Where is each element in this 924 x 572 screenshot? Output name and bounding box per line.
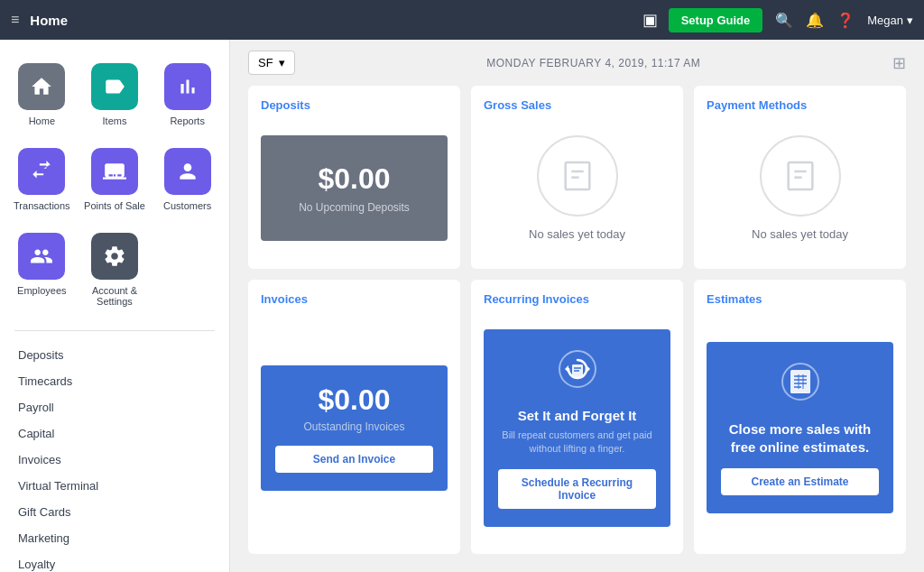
gross-sales-card: Gross Sales No sales yet today [471,86,683,269]
svg-marker-7 [587,365,590,373]
search-icon[interactable]: 🔍 [775,12,793,29]
account-settings-icon-box [91,233,138,280]
reports-icon-label: Reports [170,115,205,126]
schedule-recurring-invoice-button[interactable]: Schedule a Recurring Invoice [498,469,656,509]
gross-sales-empty-icon [537,135,618,217]
date-time: MONDAY FEBRUARY 4, 2019, 11:17 AM [486,57,700,69]
sidebar-link-loyalty[interactable]: Loyalty [0,551,229,572]
recurring-icon [556,347,599,399]
create-estimate-button[interactable]: Create an Estimate [721,468,879,495]
user-chevron-icon: ▾ [907,14,913,27]
payment-methods-empty-text: No sales yet today [752,227,848,241]
estimates-inner: Close more sales with free online estima… [707,342,893,513]
payment-methods-card: Payment Methods No sales yet today [694,86,906,269]
sidebar: Home Items Reports Transactions [0,40,230,572]
main-layout: Home Items Reports Transactions [0,40,924,572]
payment-methods-empty-icon [760,135,841,217]
invoices-card: Invoices $0.00 Outstanding Invoices Send… [248,280,460,554]
estimates-card-title: Estimates [707,292,893,306]
sidebar-link-gift-cards[interactable]: Gift Cards [0,499,229,525]
estimates-card: Estimates [694,280,906,554]
gross-sales-card-body: No sales yet today [484,121,670,256]
sidebar-link-timecards[interactable]: Timecards [0,368,229,394]
payment-methods-card-body: No sales yet today [707,121,893,256]
bell-icon[interactable]: 🔔 [806,12,824,29]
home-icon-label: Home [29,115,55,126]
recurring-invoices-card-body: Set It and Forget It Bill repeat custome… [484,315,670,541]
help-icon[interactable]: ❓ [836,12,855,29]
sidebar-item-items[interactable]: Items [80,54,150,135]
deposits-card-title: Deposits [261,98,448,112]
sidebar-links: Deposits Timecards Payroll Capital Invoi… [0,338,229,572]
sidebar-item-home[interactable]: Home [7,54,77,135]
recurring-section-title: Set It and Forget It [518,408,637,423]
content-header: SF ▾ MONDAY FEBRUARY 4, 2019, 11:17 AM ⊞ [230,40,924,86]
user-name: Megan [867,14,903,27]
employees-icon-label: Employees [17,285,66,296]
deposits-inner: $0.00 No Upcoming Deposits [261,135,448,241]
employees-icon-box [18,233,65,280]
sidebar-item-reports[interactable]: Reports [152,54,222,135]
deposits-label: No Upcoming Deposits [299,201,410,214]
square-logo: ▣ [642,10,658,30]
content-area: SF ▾ MONDAY FEBRUARY 4, 2019, 11:17 AM ⊞… [230,40,924,572]
sidebar-item-pos[interactable]: Points of Sale [80,139,150,220]
payment-methods-card-title: Payment Methods [707,98,893,112]
items-icon-box [91,63,138,110]
estimates-icon [779,360,822,411]
gross-sales-empty-text: No sales yet today [529,227,625,241]
location-chevron-icon: ▾ [279,56,285,69]
transactions-icon-label: Transactions [14,200,70,211]
deposits-amount: $0.00 [318,162,390,196]
sidebar-item-employees[interactable]: Employees [7,224,77,316]
top-nav: ≡ Home ▣ Setup Guide 🔍 🔔 ❓ Megan ▾ [0,0,924,40]
sidebar-divider [14,330,215,331]
recurring-section-desc: Bill repeat customers and get paid witho… [498,429,656,457]
gross-sales-card-title: Gross Sales [484,98,670,112]
location-selector[interactable]: SF ▾ [248,51,295,75]
user-menu[interactable]: Megan ▾ [867,14,913,27]
account-settings-icon-label: Account &Settings [92,285,137,307]
svg-rect-3 [788,162,812,189]
customers-icon-box [164,148,211,195]
sidebar-link-deposits[interactable]: Deposits [0,342,229,368]
invoices-card-title: Invoices [261,292,448,306]
svg-rect-13 [790,370,810,393]
sidebar-link-invoices[interactable]: Invoices [0,447,229,473]
grid-toggle-icon[interactable]: ⊞ [892,53,906,73]
invoice-amount: $0.00 [318,383,390,417]
sidebar-link-marketing[interactable]: Marketing [0,525,229,551]
dashboard-grid: Deposits $0.00 No Upcoming Deposits Gros… [230,86,924,572]
svg-rect-0 [565,162,589,189]
pos-icon-label: Points of Sale [84,200,145,211]
sidebar-link-capital[interactable]: Capital [0,420,229,447]
recurring-invoices-card-title: Recurring Invoices [484,292,670,306]
sidebar-item-transactions[interactable]: Transactions [7,139,77,220]
invoices-card-body: $0.00 Outstanding Invoices Send an Invoi… [261,315,448,541]
hamburger-icon[interactable]: ≡ [11,12,19,28]
sidebar-item-customers[interactable]: Customers [152,139,222,220]
recurring-invoices-card: Recurring Invoices [471,280,683,554]
deposits-card: Deposits $0.00 No Upcoming Deposits [248,86,460,269]
nav-right: Setup Guide 🔍 🔔 ❓ Megan ▾ [669,8,913,32]
sidebar-link-virtual-terminal[interactable]: Virtual Terminal [0,473,229,499]
items-icon-label: Items [103,115,127,126]
app-title: Home [30,13,631,28]
transactions-icon-box [18,148,65,195]
sidebar-icons-grid: Home Items Reports Transactions [0,40,229,323]
sidebar-item-account-settings[interactable]: Account &Settings [80,224,150,316]
deposits-card-body: $0.00 No Upcoming Deposits [261,121,448,256]
estimates-card-body: Close more sales with free online estima… [707,315,893,541]
customers-icon-label: Customers [163,200,211,211]
estimates-section-title: Close more sales with free online estima… [721,420,879,456]
sidebar-link-payroll[interactable]: Payroll [0,394,229,420]
invoice-inner: $0.00 Outstanding Invoices Send an Invoi… [261,365,448,491]
svg-marker-8 [565,365,568,373]
send-invoice-button[interactable]: Send an Invoice [275,446,433,473]
setup-guide-button[interactable]: Setup Guide [669,8,763,32]
recurring-inner: Set It and Forget It Bill repeat custome… [484,329,670,527]
home-icon-box [18,63,65,110]
invoice-label: Outstanding Invoices [303,420,404,433]
location-label: SF [258,56,273,69]
reports-icon-box [164,63,211,110]
